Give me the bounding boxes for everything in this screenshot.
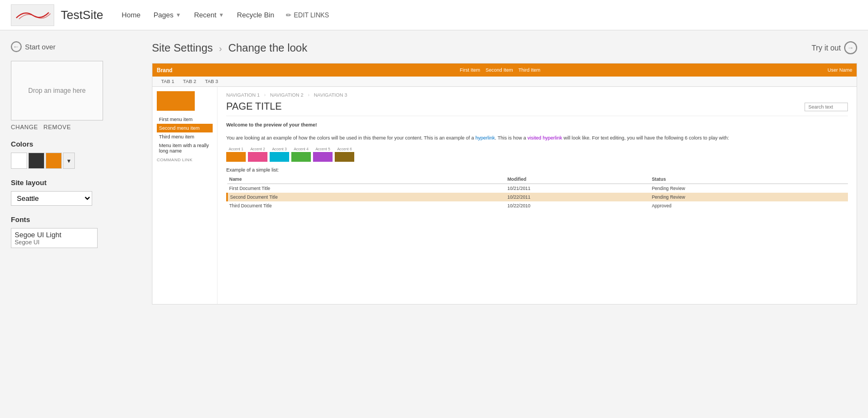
table-row: Third Document Title 10/22/2010 Approved	[227, 201, 848, 210]
preview-table-header-status: Status	[649, 175, 848, 184]
preview-tab-3[interactable]: TAB 3	[201, 77, 222, 86]
site-title: TestSite	[61, 8, 103, 22]
preview-tabs: TAB 1 TAB 2 TAB 3	[152, 77, 857, 87]
page-header: Site Settings › Change the look Try it o…	[152, 41, 857, 54]
preview-list-label: Example of a simple list:	[226, 167, 848, 173]
accent-1: Accent 1	[226, 147, 246, 162]
preview-accents: Accent 1 Accent 2 Accent 3 Accent 4	[226, 147, 848, 162]
preview-menu-2[interactable]: Second menu item	[157, 124, 213, 132]
preview-user: User Name	[827, 67, 852, 73]
table-cell-modified: 10/22/2010	[505, 201, 649, 210]
breadcrumb-child: Change the look	[228, 42, 308, 54]
preview-menu-1[interactable]: First menu item	[157, 115, 213, 124]
preview-tab-1[interactable]: TAB 1	[157, 77, 178, 86]
table-cell-status: Approved	[649, 201, 848, 210]
nav-recent[interactable]: Recent ▼	[189, 8, 229, 22]
accent-4: Accent 4	[291, 147, 311, 162]
table-row: Second Document Title 10/22/2011 Pending…	[227, 193, 848, 201]
preview-body-text: You are looking at an example of how the…	[226, 135, 848, 142]
main-content: ← Start over Drop an image here CHANGE R…	[0, 30, 868, 315]
site-layout-section: Site layout Seattle	[11, 179, 141, 206]
colors-row: ▼	[11, 153, 141, 169]
site-logo	[11, 4, 54, 26]
table-cell-status: Pending Review	[649, 184, 848, 193]
nav-home[interactable]: Home	[116, 8, 146, 22]
preview-search-input[interactable]	[805, 103, 848, 111]
preview-nav-link-2: Second Item	[486, 67, 513, 73]
image-drop-zone[interactable]: Drop an image here	[11, 61, 103, 121]
site-layout-label: Site layout	[11, 179, 141, 187]
fonts-section: Fonts Segoe UI Light Segoe UI	[11, 216, 141, 248]
preview-body-intro: Welcome to the preview of your theme!	[226, 122, 848, 129]
color-swatch-2[interactable]	[28, 153, 44, 169]
fonts-label: Fonts	[11, 216, 141, 224]
image-actions: CHANGE REMOVE	[11, 124, 141, 130]
pages-dropdown-icon: ▼	[176, 12, 181, 18]
preview-page-title: PAGE TITLE	[226, 101, 848, 116]
font-primary: Segoe UI Light	[15, 231, 94, 239]
preview-menu-3[interactable]: Third menu item	[157, 132, 213, 141]
preview-subnav-1: NAVIGATION 1	[226, 92, 260, 98]
accent-5: Accent 5	[313, 147, 333, 162]
preview-subnav: NAVIGATION 1 › NAVIGATION 2 › NAVIGATION…	[226, 92, 848, 98]
preview-topnav: Brand First Item Second Item Third Item …	[152, 64, 857, 77]
site-layout-select[interactable]: Seattle	[11, 191, 92, 206]
breadcrumb-parent: Site Settings	[152, 42, 213, 54]
pencil-icon: ✏	[286, 11, 291, 19]
preview-sidebar: First menu item Second menu item Third m…	[152, 87, 218, 304]
table-cell-name: Third Document Title	[227, 201, 506, 210]
colors-label: Colors	[11, 140, 141, 148]
left-panel: ← Start over Drop an image here CHANGE R…	[11, 41, 141, 305]
edit-links-button[interactable]: ✏ EDIT LINKS	[282, 9, 333, 21]
nav-recycle-bin[interactable]: Recycle Bin	[232, 8, 280, 22]
font-secondary: Segoe UI	[15, 239, 94, 245]
preview-subnav-2: NAVIGATION 2	[270, 92, 304, 98]
preview-box: Brand First Item Second Item Third Item …	[152, 63, 857, 305]
color-swatch-1[interactable]	[11, 153, 27, 169]
table-cell-modified: 10/21/2011	[505, 184, 649, 193]
preview-tab-2[interactable]: TAB 2	[178, 77, 200, 86]
change-image-button[interactable]: CHANGE	[11, 124, 38, 130]
remove-image-button[interactable]: REMOVE	[43, 124, 71, 130]
colors-dropdown-button[interactable]: ▼	[63, 153, 75, 169]
preview-brand: Brand	[157, 67, 173, 73]
accent-6: Accent 6	[335, 147, 354, 162]
back-icon: ←	[11, 41, 22, 52]
preview-table: Name Modified Status First Document Titl…	[226, 175, 848, 210]
preview-nav-link-3: Third Item	[518, 67, 540, 73]
breadcrumb-separator: ›	[219, 44, 222, 53]
try-it-out-button[interactable]: Try it out →	[812, 41, 857, 54]
table-row: First Document Title 10/21/2011 Pending …	[227, 184, 848, 193]
preview-subnav-3: NAVIGATION 3	[314, 92, 347, 98]
accent-2: Accent 2	[248, 147, 267, 162]
try-it-out-icon: →	[844, 41, 857, 54]
preview-main: NAVIGATION 1 › NAVIGATION 2 › NAVIGATION…	[218, 87, 857, 304]
start-over-button[interactable]: ← Start over	[11, 41, 141, 52]
table-cell-modified: 10/22/2011	[505, 193, 649, 201]
preview-nav-link-1: First Item	[459, 67, 480, 73]
recent-dropdown-icon: ▼	[219, 12, 224, 18]
page-area: Site Settings › Change the look Try it o…	[152, 41, 857, 305]
preview-logo-area	[157, 91, 195, 111]
top-bar: TestSite Home Pages ▼ Recent ▼ Recycle B…	[0, 0, 868, 30]
table-cell-name: First Document Title	[227, 184, 506, 193]
preview-content: First menu item Second menu item Third m…	[152, 87, 857, 304]
top-nav: Home Pages ▼ Recent ▼ Recycle Bin ✏ EDIT…	[116, 8, 333, 22]
preview-table-header-name: Name	[227, 175, 506, 184]
preview-table-header-modified: Modified	[505, 175, 649, 184]
preview-visited-link: visited hyperlink	[527, 135, 562, 141]
preview-cmd-link[interactable]: COMMAND LINK	[157, 157, 213, 162]
color-swatch-3[interactable]	[46, 153, 62, 169]
fonts-select-box[interactable]: Segoe UI Light Segoe UI	[11, 228, 98, 248]
preview-menu-4[interactable]: Menu item with a really long name	[157, 141, 213, 155]
table-cell-status: Pending Review	[649, 193, 848, 201]
breadcrumb: Site Settings › Change the look	[152, 42, 307, 54]
nav-pages[interactable]: Pages ▼	[148, 8, 187, 22]
table-cell-name: Second Document Title	[227, 193, 506, 201]
preview-hyperlink: hyperlink	[475, 135, 495, 141]
preview-nav-links: First Item Second Item Third Item	[459, 67, 540, 73]
accent-3: Accent 3	[270, 147, 289, 162]
